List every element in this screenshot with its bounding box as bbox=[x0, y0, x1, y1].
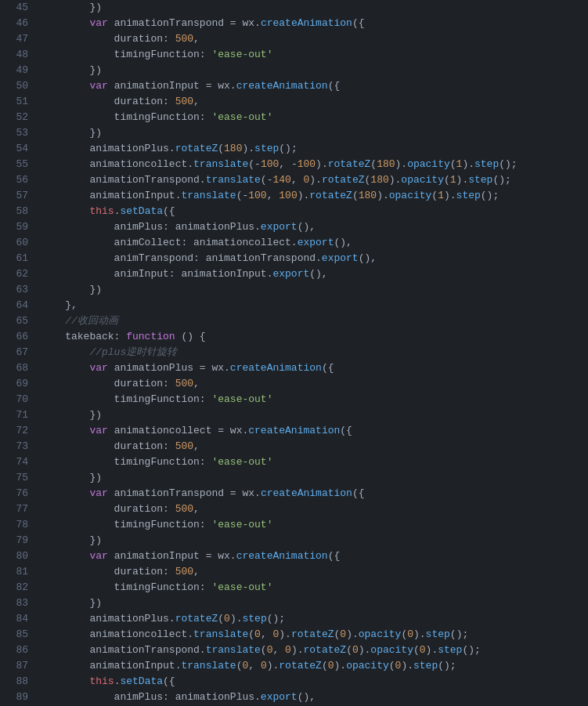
fn-token: opacity bbox=[407, 158, 450, 170]
plain-token: }) bbox=[41, 597, 102, 609]
fn-token: rotateZ bbox=[322, 174, 365, 186]
num-token: 0 bbox=[352, 644, 359, 656]
code-line: timingFunction: 'ease-out' bbox=[41, 110, 588, 125]
num-token: 0 bbox=[285, 644, 291, 656]
plain-token bbox=[41, 425, 89, 436]
num-token: 500 bbox=[175, 96, 193, 107]
plain-token: animPlus: animationPlus. bbox=[41, 221, 261, 233]
line-number: 67 bbox=[6, 345, 28, 360]
plain-token: ). bbox=[279, 628, 291, 640]
fn-token: rotateZ bbox=[328, 158, 371, 170]
plain-token: }, bbox=[41, 299, 78, 311]
plain-token: ). bbox=[413, 628, 426, 640]
plain-token: ( bbox=[322, 660, 328, 672]
plain-token: ). bbox=[334, 660, 347, 672]
plain-token bbox=[41, 487, 89, 499]
code-line: duration: 500, bbox=[41, 31, 588, 47]
code-line: var animationPlus = wx.createAnimation({ bbox=[41, 360, 588, 376]
plain-token: , bbox=[193, 503, 200, 515]
plain-token: animationPlus. bbox=[41, 143, 175, 154]
fn-token: createAnimation bbox=[236, 550, 328, 562]
plain-token: animationTranspond. bbox=[41, 174, 206, 186]
plain-token: takeback: bbox=[41, 331, 126, 342]
num-token: 0 bbox=[340, 628, 346, 640]
line-number: 61 bbox=[6, 251, 28, 266]
fn-token: opacity bbox=[370, 644, 413, 656]
plain-token: timingFunction: bbox=[41, 393, 211, 405]
plain-token: , bbox=[193, 440, 200, 452]
code-line: animTranspond: animationTranspond.export… bbox=[41, 251, 588, 266]
kw-token: var bbox=[89, 80, 107, 92]
kw-token: var bbox=[89, 17, 107, 29]
plain-token: }) bbox=[41, 284, 102, 295]
plain-token: ). bbox=[291, 644, 304, 656]
plain-token: ). bbox=[359, 644, 371, 656]
plain-token: }) bbox=[41, 409, 102, 421]
plain-token: (); bbox=[279, 143, 297, 154]
code-line: duration: 500, bbox=[41, 439, 588, 454]
plain-token: (), bbox=[309, 268, 327, 280]
plain-token: timingFunction: bbox=[41, 519, 211, 530]
line-number: 76 bbox=[6, 486, 28, 501]
plain-token: ( bbox=[248, 628, 254, 640]
line-number: 50 bbox=[6, 78, 28, 94]
plain-token: , bbox=[272, 644, 285, 656]
num-token: 500 bbox=[175, 33, 193, 45]
plain-token: ({ bbox=[328, 550, 341, 562]
plain-token: ({ bbox=[322, 362, 334, 374]
plain-token bbox=[41, 362, 89, 374]
num-token: 1 bbox=[438, 190, 444, 201]
plain-token: duration: bbox=[41, 96, 175, 107]
plain-token: ( bbox=[444, 174, 450, 186]
fn-token: step bbox=[438, 644, 462, 656]
code-line: animationPlus.rotateZ(180).step(); bbox=[41, 141, 588, 157]
plain-token: ). bbox=[456, 174, 469, 186]
line-number: 55 bbox=[6, 157, 28, 172]
num-token: 500 bbox=[175, 566, 193, 577]
plain-token: ). bbox=[426, 644, 438, 656]
plain-token: ). bbox=[316, 158, 328, 170]
fn-token: createAnimation bbox=[261, 17, 352, 29]
plain-token: ({ bbox=[328, 80, 341, 92]
this-kw-token: this bbox=[89, 205, 114, 217]
fn-token: step bbox=[474, 158, 499, 170]
plain-token: ). bbox=[230, 613, 243, 625]
num-token: 0 bbox=[261, 660, 267, 672]
plain-token: ( bbox=[389, 660, 395, 672]
plain-token: duration: bbox=[41, 566, 175, 577]
line-number: 56 bbox=[6, 172, 28, 188]
plain-token: }) bbox=[41, 127, 102, 139]
plain-token: (); bbox=[462, 644, 480, 656]
fn-token: rotateZ bbox=[279, 660, 322, 672]
plain-token: ({ bbox=[352, 17, 365, 29]
plain-token: (), bbox=[334, 237, 352, 248]
plain-token: animationInput. bbox=[41, 190, 181, 201]
plain-token: timingFunction: bbox=[41, 581, 211, 593]
plain-token: duration: bbox=[41, 378, 175, 389]
code-line: this.setData({ bbox=[41, 674, 588, 690]
plain-token: , bbox=[193, 96, 200, 107]
plain-token: ). bbox=[242, 143, 254, 154]
plain-token: animationcollect = wx. bbox=[108, 425, 248, 436]
fn-token: translate bbox=[206, 174, 261, 186]
code-line: }) bbox=[41, 0, 588, 16]
plain-token: ). bbox=[309, 174, 322, 186]
str-token: 'ease-out' bbox=[211, 49, 272, 60]
code-line: }) bbox=[41, 470, 588, 486]
code-editor: 4546474849505152535455565758596061626364… bbox=[0, 0, 588, 705]
code-line: }) bbox=[41, 407, 588, 423]
line-number: 88 bbox=[6, 674, 28, 690]
num-token: 180 bbox=[359, 190, 377, 201]
line-number: 72 bbox=[6, 423, 28, 439]
code-line: animationTranspond.translate(0, 0).rotat… bbox=[41, 643, 588, 658]
plain-token: , bbox=[248, 660, 261, 672]
line-number: 53 bbox=[6, 125, 28, 141]
num-token: 100 bbox=[279, 190, 297, 201]
plain-token: ). bbox=[444, 190, 456, 201]
num-token: 0 bbox=[407, 628, 413, 640]
line-number: 66 bbox=[6, 329, 28, 345]
plain-token: animationTranspond. bbox=[41, 644, 206, 656]
code-line: timingFunction: 'ease-out' bbox=[41, 392, 588, 407]
code-line: duration: 500, bbox=[41, 376, 588, 392]
line-number: 49 bbox=[6, 63, 28, 78]
